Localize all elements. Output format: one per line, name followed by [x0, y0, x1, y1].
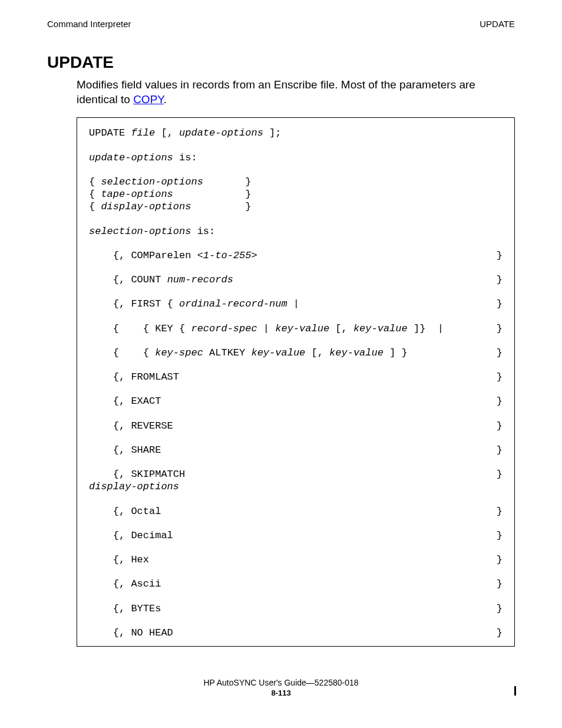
syntax-opt-ascii: {, Ascii} [89, 578, 503, 590]
syntax-opt-decimal: {, Decimal} [89, 529, 503, 542]
syntax-selection-options-label: selection-options is: [89, 225, 503, 238]
page-title: UPDATE [47, 53, 515, 72]
syntax-opt-reverse: {, REVERSE} [89, 420, 503, 432]
syntax-opt-key: { { KEY { record-spec | key-value [, key… [89, 322, 503, 335]
syntax-opt-share: {, SHARE} [89, 444, 503, 456]
syntax-opt-first: {, FIRST { ordinal-record-num | } [89, 298, 503, 310]
page-footer: HP AutoSYNC User's Guide—522580-018 8-11… [0, 677, 562, 699]
intro-paragraph: Modifies field values in records from an… [77, 78, 515, 107]
syntax-opt-hex: {, Hex} [89, 554, 503, 566]
syntax-group-display: { display-options } [89, 200, 503, 213]
copy-link[interactable]: COPY [133, 93, 163, 106]
syntax-group-tape: { tape-options } [89, 188, 503, 200]
syntax-opt-nohead: {, NO HEAD} [89, 627, 503, 639]
intro-text-2: . [164, 93, 167, 106]
header-left: Command Interpreter [47, 19, 131, 29]
syntax-box: UPDATE file [, update-options ]; update-… [77, 117, 515, 647]
syntax-opt-bytes: {, BYTEs} [89, 602, 503, 615]
change-bar-icon [514, 686, 516, 696]
syntax-opt-exact: {, EXACT} [89, 395, 503, 407]
syntax-opt-skipmatch: {, SKIPMATCH} [89, 468, 503, 480]
document-page: Command Interpreter UPDATE UPDATE Modifi… [0, 0, 562, 728]
syntax-opt-altkey: { { key-spec ALTKEY key-value [, key-val… [89, 347, 503, 359]
running-header: Command Interpreter UPDATE [47, 19, 515, 29]
syntax-opt-fromlast: {, FROMLAST} [89, 371, 503, 383]
footer-page-number: 8-113 [0, 688, 562, 699]
syntax-opt-octal: {, Octal} [89, 505, 503, 518]
syntax-display-options-label: display-options [89, 480, 503, 493]
header-right: UPDATE [480, 19, 515, 29]
syntax-line-update: UPDATE file [, update-options ]; [89, 127, 503, 139]
syntax-group-selection: { selection-options } [89, 176, 503, 188]
syntax-opt-count: {, COUNT num-records } [89, 274, 503, 286]
footer-doc-title: HP AutoSYNC User's Guide—522580-018 [0, 677, 562, 689]
syntax-update-options-label: update-options is: [89, 151, 503, 164]
syntax-opt-comparelen: {, COMParelen <1-to-255> } [89, 249, 503, 262]
main-content: UPDATE Modifies field values in records … [47, 53, 515, 647]
